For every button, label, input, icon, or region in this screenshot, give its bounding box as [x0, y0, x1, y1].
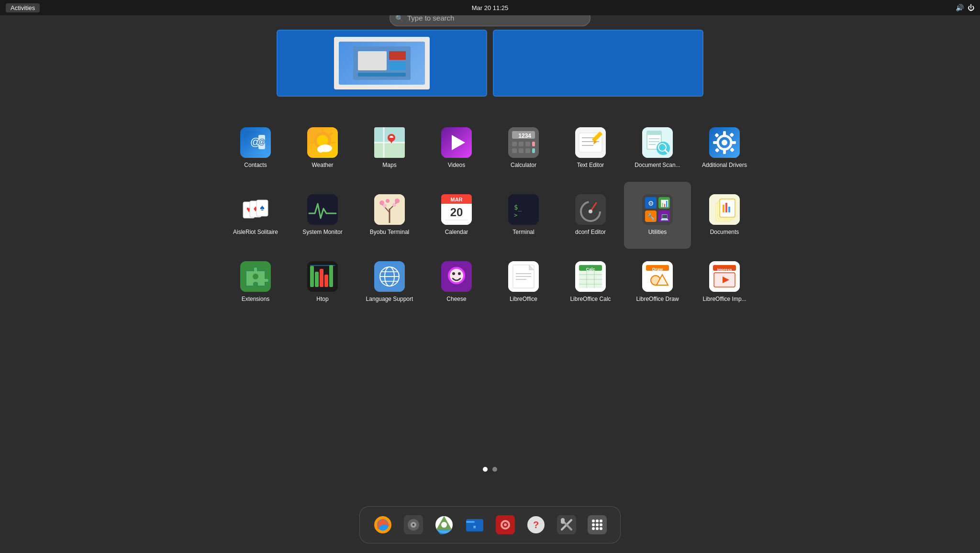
power-icon[interactable]: ⏻: [968, 4, 974, 11]
svg-line-12: [330, 133, 332, 135]
app-documents[interactable]: Documents: [691, 182, 758, 249]
clock: Mar 20 11:25: [472, 4, 509, 11]
dock-screenshot[interactable]: [492, 511, 519, 538]
svg-text:♠: ♠: [260, 203, 265, 212]
dock-settings[interactable]: [553, 511, 580, 538]
svg-point-182: [600, 523, 602, 526]
app-weather[interactable]: Weather: [289, 115, 356, 182]
cheese-icon: [441, 261, 472, 292]
svg-rect-32: [525, 142, 530, 146]
sysmonitor-label: System Monitor: [302, 229, 342, 236]
loffcalc-icon: Calc: [575, 261, 606, 292]
texteditor-label: Text Editor: [577, 162, 604, 169]
app-byobu[interactable]: Byobu Terminal: [356, 182, 423, 249]
weather-icon: [307, 127, 338, 158]
dock-appgrid[interactable]: [584, 511, 611, 538]
svg-rect-116: [315, 272, 319, 287]
app-solitaire[interactable]: ♥ ♦ ♠ AisleRiot Solitaire: [222, 182, 289, 249]
dock-help[interactable]: ?: [523, 511, 549, 538]
svg-rect-57: [723, 131, 726, 136]
svg-text:Impress: Impress: [717, 267, 732, 272]
calculator-label: Calculator: [511, 162, 536, 169]
volume-icon[interactable]: 🔊: [956, 4, 964, 11]
svg-point-185: [600, 527, 602, 530]
dock-firefox[interactable]: [369, 511, 396, 538]
app-loffimp[interactable]: Impress LibreOffice Imp...: [691, 249, 758, 316]
htop-icon: [307, 261, 338, 292]
app-langsupport[interactable]: Language Support: [356, 249, 423, 316]
preview-screen-1: [339, 42, 425, 85]
svg-point-130: [452, 272, 455, 275]
svg-point-56: [722, 140, 727, 145]
svg-rect-115: [310, 266, 314, 287]
svg-rect-35: [519, 148, 523, 153]
dock: ≡ ?: [359, 506, 621, 543]
svg-text:1234: 1234: [518, 133, 531, 139]
app-videos[interactable]: Videos: [423, 115, 490, 182]
app-extensions[interactable]: Extensions: [222, 249, 289, 316]
dock-rhythmbox[interactable]: [400, 511, 427, 538]
window-preview-1[interactable]: [277, 30, 487, 97]
videos-icon: [441, 127, 472, 158]
svg-rect-21: [374, 143, 405, 158]
svg-rect-111: [728, 207, 730, 212]
svg-rect-3: [389, 62, 406, 70]
svg-text:💻: 💻: [660, 213, 669, 221]
videos-label: Videos: [448, 162, 465, 169]
solitaire-icon: ♥ ♦ ♠: [240, 194, 271, 225]
svg-point-184: [596, 527, 599, 530]
byobu-icon: [374, 194, 405, 225]
app-utilities[interactable]: ⚙ 📊 🔧 💻 Utilities: [624, 182, 691, 249]
activities-button[interactable]: Activities: [6, 3, 40, 12]
app-sysmonitor[interactable]: System Monitor: [289, 182, 356, 249]
page-indicators: [483, 467, 497, 472]
page-dot-2[interactable]: [492, 467, 497, 472]
svg-rect-34: [512, 148, 517, 153]
app-loffdraw[interactable]: Draw LibreOffice Draw: [624, 249, 691, 316]
libreoffice-label: LibreOffice: [510, 296, 537, 303]
app-texteditor[interactable]: Text Editor: [557, 115, 624, 182]
svg-point-113: [253, 274, 258, 279]
svg-point-183: [592, 527, 595, 530]
svg-text:>: >: [514, 212, 517, 219]
page-dot-1[interactable]: [483, 467, 488, 472]
documents-icon: [709, 194, 740, 225]
calculator-icon: 1234: [508, 127, 539, 158]
app-addldrivers[interactable]: Additional Drivers: [691, 115, 758, 182]
dock-color[interactable]: [431, 511, 457, 538]
svg-rect-4: [358, 73, 406, 77]
system-tray: 🔊 ⏻: [956, 4, 974, 11]
svg-text:_: _: [518, 203, 522, 211]
svg-point-80: [383, 204, 387, 208]
svg-point-78: [395, 199, 400, 203]
svg-text:20: 20: [450, 206, 463, 219]
documents-label: Documents: [710, 229, 739, 236]
svg-rect-2: [389, 51, 406, 60]
app-contacts[interactable]: @ @ Contacts: [222, 115, 289, 182]
svg-point-17: [317, 146, 324, 153]
maps-icon: [374, 127, 405, 158]
svg-rect-109: [723, 205, 724, 212]
svg-rect-59: [713, 141, 718, 144]
dock-files[interactable]: ≡: [461, 511, 488, 538]
dconf-label: dconf Editor: [575, 229, 606, 236]
svg-rect-36: [525, 148, 530, 153]
utilities-icon: ⚙ 📊 🔧 💻: [642, 194, 673, 225]
svg-point-177: [592, 520, 595, 522]
preview-inner-1: [334, 37, 430, 89]
window-preview-2[interactable]: [493, 30, 703, 97]
app-loffcalc[interactable]: Calc LibreOffice Calc: [557, 249, 624, 316]
app-calculator[interactable]: 1234 Calculator: [490, 115, 557, 182]
app-docscan[interactable]: Document Scan...: [624, 115, 691, 182]
app-htop[interactable]: Htop: [289, 249, 356, 316]
app-maps[interactable]: Maps: [356, 115, 423, 182]
app-dconf[interactable]: dconf Editor: [557, 182, 624, 249]
contacts-label: Contacts: [244, 162, 267, 169]
app-libreoffice[interactable]: LibreOffice: [490, 249, 557, 316]
svg-rect-175: [561, 518, 565, 524]
app-cheese[interactable]: Cheese: [423, 249, 490, 316]
app-calendar[interactable]: MAR 20 Calendar: [423, 182, 490, 249]
svg-text:🔧: 🔧: [647, 213, 656, 221]
langsupport-label: Language Support: [366, 296, 413, 303]
app-terminal[interactable]: $ _ > Terminal: [490, 182, 557, 249]
